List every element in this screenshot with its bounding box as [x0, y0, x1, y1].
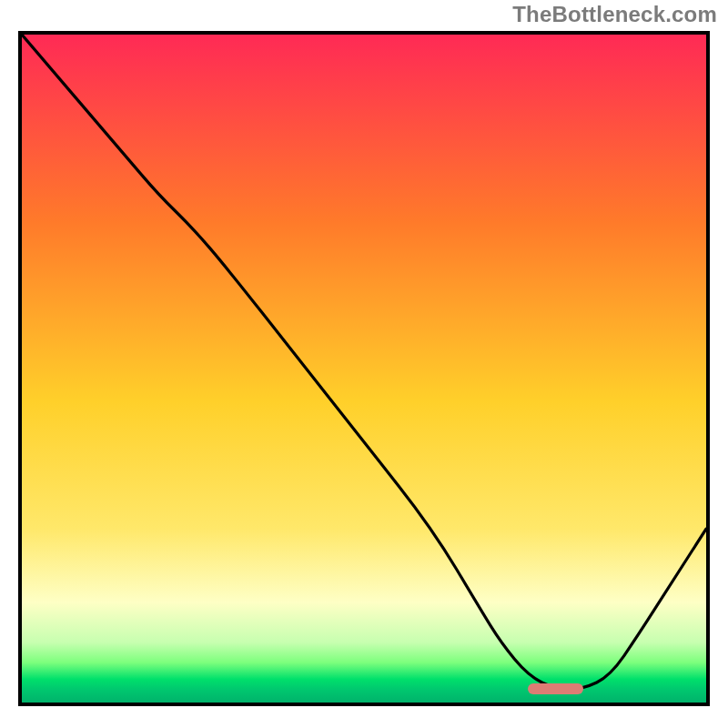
bottleneck-curve	[22, 35, 706, 689]
chart-stage: TheBottleneck.com	[0, 0, 728, 728]
curve-layer	[22, 35, 706, 703]
plot-area	[18, 31, 710, 706]
optimal-range-marker	[528, 683, 582, 694]
watermark-text: TheBottleneck.com	[512, 2, 717, 27]
